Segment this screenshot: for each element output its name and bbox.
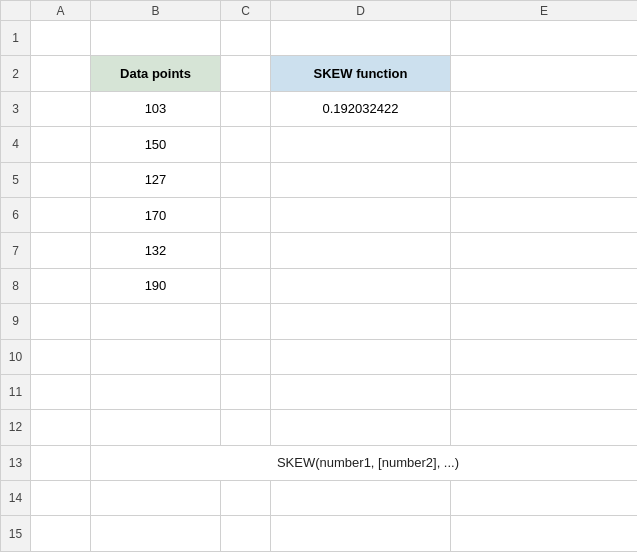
cell-a13[interactable] — [31, 445, 91, 480]
cell-d14[interactable] — [271, 481, 451, 516]
row-header-2: 2 — [1, 56, 31, 91]
cell-d9[interactable] — [271, 304, 451, 339]
cell-b6[interactable]: 170 — [91, 197, 221, 232]
cell-e9[interactable] — [451, 304, 638, 339]
cell-c9[interactable] — [221, 304, 271, 339]
row-header-15: 15 — [1, 516, 31, 552]
cell-b8[interactable]: 190 — [91, 268, 221, 303]
col-header-e: E — [451, 1, 638, 21]
cell-a14[interactable] — [31, 481, 91, 516]
cell-e11[interactable] — [451, 374, 638, 409]
cell-b1[interactable] — [91, 21, 221, 56]
row-header-4: 4 — [1, 127, 31, 162]
cell-a3[interactable] — [31, 91, 91, 126]
row-header-9: 9 — [1, 304, 31, 339]
cell-b5[interactable]: 127 — [91, 162, 221, 197]
spreadsheet: A B C D E 1 2 Data points SKEW function — [0, 0, 637, 552]
col-header-a: A — [31, 1, 91, 21]
cell-e5[interactable] — [451, 162, 638, 197]
cell-b2-header[interactable]: Data points — [91, 56, 221, 91]
corner-header — [1, 1, 31, 21]
cell-c8[interactable] — [221, 268, 271, 303]
col-header-b: B — [91, 1, 221, 21]
cell-b10[interactable] — [91, 339, 221, 374]
cell-d10[interactable] — [271, 339, 451, 374]
cell-c7[interactable] — [221, 233, 271, 268]
cell-c12[interactable] — [221, 410, 271, 445]
cell-a12[interactable] — [31, 410, 91, 445]
cell-e4[interactable] — [451, 127, 638, 162]
cell-b3[interactable]: 103 — [91, 91, 221, 126]
cell-c14[interactable] — [221, 481, 271, 516]
cell-b12[interactable] — [91, 410, 221, 445]
cell-a5[interactable] — [31, 162, 91, 197]
cell-d2-header[interactable]: SKEW function — [271, 56, 451, 91]
cell-b11[interactable] — [91, 374, 221, 409]
row-header-3: 3 — [1, 91, 31, 126]
cell-c15[interactable] — [221, 516, 271, 552]
cell-d5[interactable] — [271, 162, 451, 197]
cell-b9[interactable] — [91, 304, 221, 339]
cell-formula[interactable]: SKEW(number1, [number2], ...) — [91, 445, 638, 480]
cell-e15[interactable] — [451, 516, 638, 552]
col-header-d: D — [271, 1, 451, 21]
cell-a4[interactable] — [31, 127, 91, 162]
cell-c2[interactable] — [221, 56, 271, 91]
row-header-13: 13 — [1, 445, 31, 480]
cell-d11[interactable] — [271, 374, 451, 409]
cell-b4[interactable]: 150 — [91, 127, 221, 162]
cell-a7[interactable] — [31, 233, 91, 268]
cell-d12[interactable] — [271, 410, 451, 445]
cell-a2[interactable] — [31, 56, 91, 91]
cell-e8[interactable] — [451, 268, 638, 303]
cell-e2[interactable] — [451, 56, 638, 91]
cell-e14[interactable] — [451, 481, 638, 516]
cell-e1[interactable] — [451, 21, 638, 56]
cell-b7[interactable]: 132 — [91, 233, 221, 268]
cell-d4[interactable] — [271, 127, 451, 162]
col-header-c: C — [221, 1, 271, 21]
cell-d1[interactable] — [271, 21, 451, 56]
cell-e10[interactable] — [451, 339, 638, 374]
cell-a1[interactable] — [31, 21, 91, 56]
cell-c4[interactable] — [221, 127, 271, 162]
cell-c5[interactable] — [221, 162, 271, 197]
cell-e12[interactable] — [451, 410, 638, 445]
cell-b15[interactable] — [91, 516, 221, 552]
cell-a9[interactable] — [31, 304, 91, 339]
cell-c3[interactable] — [221, 91, 271, 126]
cell-e3[interactable] — [451, 91, 638, 126]
row-header-1: 1 — [1, 21, 31, 56]
cell-c10[interactable] — [221, 339, 271, 374]
row-header-14: 14 — [1, 481, 31, 516]
cell-a11[interactable] — [31, 374, 91, 409]
cell-a8[interactable] — [31, 268, 91, 303]
row-header-11: 11 — [1, 374, 31, 409]
row-header-7: 7 — [1, 233, 31, 268]
cell-d6[interactable] — [271, 197, 451, 232]
cell-d7[interactable] — [271, 233, 451, 268]
row-header-8: 8 — [1, 268, 31, 303]
cell-e7[interactable] — [451, 233, 638, 268]
cell-d8[interactable] — [271, 268, 451, 303]
row-header-12: 12 — [1, 410, 31, 445]
cell-c1[interactable] — [221, 21, 271, 56]
row-header-5: 5 — [1, 162, 31, 197]
cell-e6[interactable] — [451, 197, 638, 232]
row-header-6: 6 — [1, 197, 31, 232]
cell-b14[interactable] — [91, 481, 221, 516]
cell-c6[interactable] — [221, 197, 271, 232]
cell-d3[interactable]: 0.192032422 — [271, 91, 451, 126]
cell-d15[interactable] — [271, 516, 451, 552]
cell-a10[interactable] — [31, 339, 91, 374]
cell-a15[interactable] — [31, 516, 91, 552]
cell-c11[interactable] — [221, 374, 271, 409]
row-header-10: 10 — [1, 339, 31, 374]
cell-a6[interactable] — [31, 197, 91, 232]
